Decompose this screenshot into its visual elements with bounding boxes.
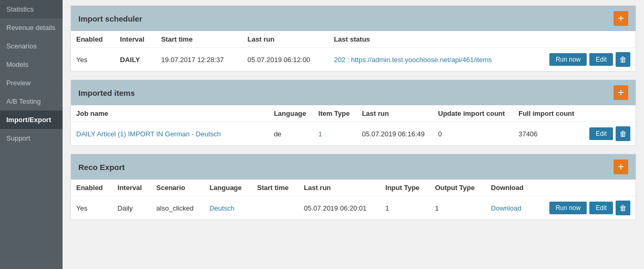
imported-items-title: Imported items	[78, 88, 135, 97]
is-status-link[interactable]: 202 : https://admin.test.yoochoose.net/a…	[334, 56, 492, 64]
col-interval: Interval	[113, 180, 151, 196]
sidebar-item-models[interactable]: Models	[0, 55, 63, 74]
re-start-time	[252, 196, 299, 220]
col-download: Download	[486, 180, 534, 196]
table-row: DAILY Articel (1) IMPORT IN German - Deu…	[71, 122, 636, 146]
ii-item-type-link[interactable]: 1	[319, 130, 322, 138]
is-enabled: Yes	[71, 48, 115, 72]
table-row: Yes Daily also_clicked Deutsch 05.07.201…	[71, 196, 636, 220]
sidebar-item-support[interactable]: Support	[0, 129, 63, 147]
re-input-type: 1	[380, 196, 430, 220]
imported-items-table: Job name Language Item Type Last run Upd…	[71, 105, 636, 145]
reco-export-table: Enabled Interval Scenario Language Start…	[71, 180, 636, 220]
sidebar-item-preview[interactable]: Preview	[0, 74, 63, 92]
reco-export-title: Reco Export	[78, 163, 125, 172]
re-delete-button[interactable]: 🗑	[616, 201, 630, 215]
col-enabled: Enabled	[71, 180, 113, 196]
imported-items-section: Imported items + Job name Language Item …	[70, 79, 636, 146]
import-scheduler-section: Import scheduler + Enabled Interval Star…	[70, 5, 636, 72]
col-actions	[528, 31, 636, 48]
col-language: Language	[204, 180, 252, 196]
col-start-time: Start time	[156, 31, 242, 48]
trash-icon: 🗑	[619, 129, 627, 138]
col-full-import: Full import count	[513, 105, 582, 122]
sidebar-item-import-export[interactable]: Import/Export	[0, 111, 63, 129]
col-scenario: Scenario	[151, 180, 204, 196]
ii-job-name: DAILY Articel (1) IMPORT IN German - Deu…	[71, 122, 269, 146]
reco-export-add-button[interactable]: +	[614, 160, 628, 174]
ii-full-count: 37406	[513, 122, 582, 146]
re-language-link[interactable]: Deutsch	[209, 204, 234, 212]
re-interval: Daily	[113, 196, 151, 220]
main-content: Import scheduler + Enabled Interval Star…	[63, 0, 644, 269]
is-actions: Run now Edit 🗑	[528, 48, 636, 72]
re-language: Deutsch	[204, 196, 252, 220]
col-job-name: Job name	[71, 105, 269, 122]
col-output-type: Output Type	[430, 180, 485, 196]
table-row: Yes DAILY 19.07.2017 12:28:37 05.07.2019…	[71, 48, 636, 72]
re-download: Download	[486, 196, 534, 220]
col-actions	[582, 105, 636, 122]
is-actions-cell: Run now Edit 🗑	[533, 52, 630, 67]
ii-last-run: 05.07.2019 06:16:49	[356, 122, 433, 146]
is-run-now-button[interactable]: Run now	[549, 53, 587, 66]
imported-items-add-button[interactable]: +	[614, 85, 628, 100]
is-delete-button[interactable]: 🗑	[616, 52, 630, 67]
ii-actions-cell: Edit 🗑	[587, 126, 630, 141]
import-scheduler-add-button[interactable]: +	[614, 11, 628, 26]
ii-delete-button[interactable]: 🗑	[616, 126, 630, 141]
sidebar-item-revenue-details[interactable]: Revenue details	[0, 18, 63, 37]
sidebar-item-statistics[interactable]: Statistics	[0, 0, 63, 18]
re-edit-button[interactable]: Edit	[589, 202, 613, 214]
col-last-status: Last status	[329, 31, 527, 48]
ii-edit-button[interactable]: Edit	[589, 127, 613, 140]
col-enabled: Enabled	[71, 31, 115, 48]
is-edit-button[interactable]: Edit	[589, 53, 613, 66]
ii-language: de	[269, 122, 313, 146]
re-actions-cell: Run now Edit 🗑	[539, 201, 630, 215]
re-last-run: 05.07.2019 06:20:01	[299, 196, 380, 220]
col-start-time: Start time	[252, 180, 299, 196]
reco-export-header: Reco Export +	[71, 154, 636, 180]
sidebar-item-scenarios[interactable]: Scenarios	[0, 37, 63, 55]
col-item-type: Item Type	[313, 105, 357, 122]
trash-icon: 🗑	[619, 204, 627, 212]
import-scheduler-table: Enabled Interval Start time Last run Las…	[71, 31, 636, 71]
import-scheduler-title: Import scheduler	[78, 14, 142, 23]
sidebar-item-ab-testing[interactable]: A/B Testing	[0, 92, 63, 111]
is-interval: DAILY	[115, 48, 156, 72]
is-last-run: 05.07.2019 06:12:00	[242, 48, 329, 72]
re-download-link[interactable]: Download	[491, 204, 522, 212]
col-last-run: Last run	[299, 180, 380, 196]
col-actions	[534, 180, 636, 196]
ii-job-name-link[interactable]: DAILY Articel (1) IMPORT IN German - Deu…	[76, 130, 221, 138]
sidebar: Statistics Revenue details Scenarios Mod…	[0, 0, 63, 269]
is-last-status: 202 : https://admin.test.yoochoose.net/a…	[329, 48, 527, 72]
col-language: Language	[269, 105, 313, 122]
col-update-import: Update import count	[433, 105, 513, 122]
is-start-time: 19.07.2017 12:28:37	[156, 48, 242, 72]
trash-icon: 🗑	[619, 55, 627, 64]
ii-actions: Edit 🗑	[582, 122, 636, 146]
ii-update-count: 0	[433, 122, 513, 146]
re-scenario: also_clicked	[151, 196, 204, 220]
col-last-run: Last run	[242, 31, 329, 48]
reco-export-section: Reco Export + Enabled Interval Scenario …	[70, 154, 636, 220]
col-input-type: Input Type	[380, 180, 430, 196]
ii-item-type: 1	[313, 122, 357, 146]
import-scheduler-header: Import scheduler +	[71, 6, 636, 31]
re-actions: Run now Edit 🗑	[534, 196, 636, 220]
col-last-run: Last run	[356, 105, 433, 122]
col-interval: Interval	[115, 31, 156, 48]
re-enabled: Yes	[71, 196, 113, 220]
imported-items-header: Imported items +	[71, 80, 636, 105]
re-run-now-button[interactable]: Run now	[549, 202, 587, 214]
re-output-type: 1	[430, 196, 485, 220]
